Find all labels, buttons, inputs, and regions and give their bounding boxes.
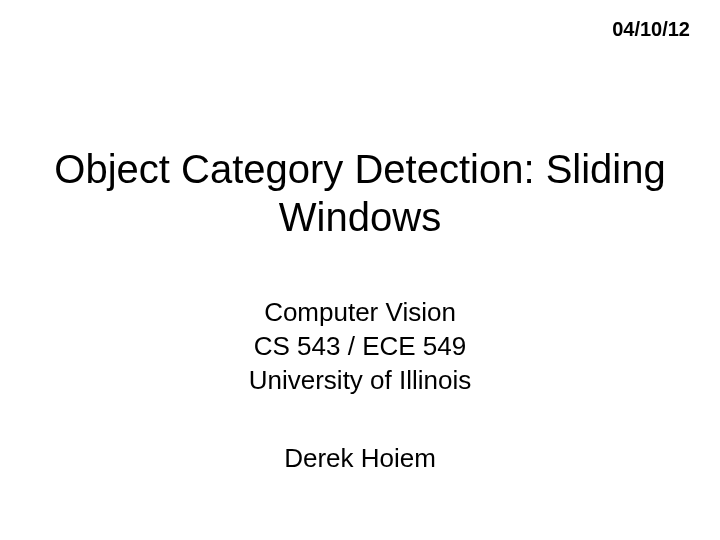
subtitle-block: Computer Vision CS 543 / ECE 549 Univers…	[0, 296, 720, 397]
author-name: Derek Hoiem	[0, 442, 720, 476]
subtitle-line-2: CS 543 / ECE 549	[0, 330, 720, 364]
slide-content: Object Category Detection: Sliding Windo…	[0, 145, 720, 476]
slide-title: Object Category Detection: Sliding Windo…	[0, 145, 720, 241]
subtitle-line-1: Computer Vision	[0, 296, 720, 330]
slide-date: 04/10/12	[612, 18, 690, 41]
subtitle-line-3: University of Illinois	[0, 364, 720, 398]
